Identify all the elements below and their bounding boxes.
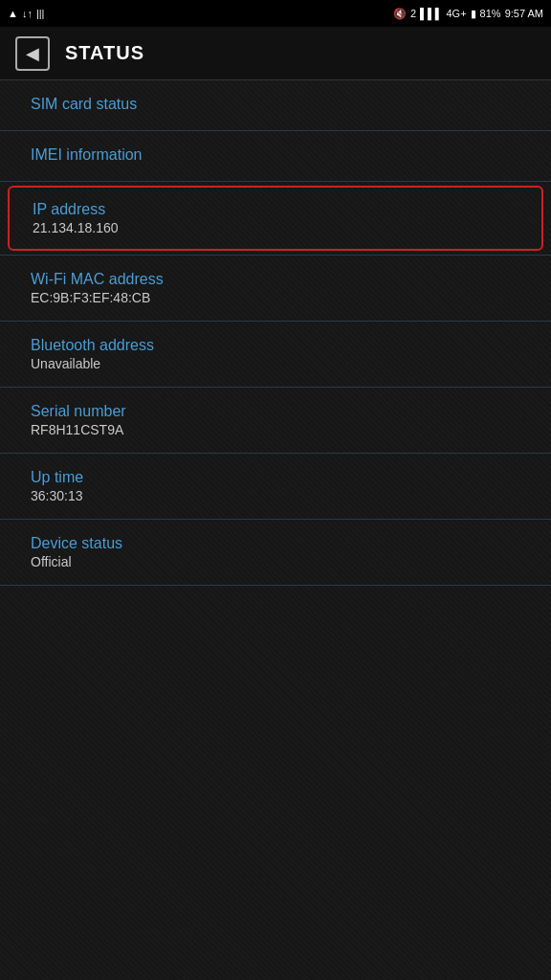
time-display: 9:57 AM xyxy=(505,8,543,19)
status-bar-right: 🔇 2 ▌▌▌ 4G+ ▮ 81% 9:57 AM xyxy=(393,8,543,20)
menu-item-value-serial-number: RF8H11CST9A xyxy=(31,422,520,437)
menu-item-value-ip-address: 21.134.18.160 xyxy=(33,220,518,235)
menu-item-label-wifi-mac-address: Wi-Fi MAC address xyxy=(31,271,520,288)
menu-item-label-bluetooth-address: Bluetooth address xyxy=(31,337,520,354)
menu-item-value-wifi-mac-address: EC:9B:F3:EF:48:CB xyxy=(31,290,520,305)
download-icon: ↓↑ xyxy=(22,8,33,19)
menu-item-label-imei-information: IMEI information xyxy=(31,146,520,164)
back-arrow-icon: ◀ xyxy=(26,45,39,62)
menu-item-wifi-mac-address[interactable]: Wi-Fi MAC addressEC:9B:F3:EF:48:CB xyxy=(0,256,551,322)
menu-item-label-ip-address: IP address xyxy=(33,201,518,218)
status-bar-left: ▲ ↓↑ ||| xyxy=(8,8,44,19)
menu-item-label-device-status: Device status xyxy=(31,535,520,552)
menu-item-label-serial-number: Serial number xyxy=(31,403,520,420)
menu-item-imei-information[interactable]: IMEI information xyxy=(0,131,551,182)
menu-item-bluetooth-address[interactable]: Bluetooth addressUnavailable xyxy=(0,322,551,388)
menu-item-label-up-time: Up time xyxy=(31,469,520,486)
menu-item-value-device-status: Official xyxy=(31,554,520,569)
menu-item-value-up-time: 36:30:13 xyxy=(31,488,520,503)
menu-item-up-time[interactable]: Up time36:30:13 xyxy=(0,454,551,520)
signal-bars: ▌▌▌ xyxy=(420,8,442,19)
menu-item-serial-number[interactable]: Serial numberRF8H11CST9A xyxy=(0,388,551,454)
header: ◀ STATUS xyxy=(0,27,551,80)
content: SIM card statusIMEI informationIP addres… xyxy=(0,80,551,586)
battery-icon: ▮ xyxy=(471,8,476,20)
menu-item-sim-card-status[interactable]: SIM card status xyxy=(0,80,551,131)
menu-item-device-status[interactable]: Device statusOfficial xyxy=(0,520,551,586)
signal-icon: ▲ xyxy=(8,8,18,19)
mute-icon: 🔇 xyxy=(393,8,407,20)
menu-item-label-sim-card-status: SIM card status xyxy=(31,96,520,113)
network-type: 4G+ xyxy=(447,8,467,19)
bars-icon: ||| xyxy=(36,8,45,19)
page-title: STATUS xyxy=(65,42,144,64)
status-bar: ▲ ↓↑ ||| 🔇 2 ▌▌▌ 4G+ ▮ 81% 9:57 AM xyxy=(0,0,551,27)
back-button[interactable]: ◀ xyxy=(15,36,50,71)
menu-item-ip-address[interactable]: IP address21.134.18.160 xyxy=(8,186,543,251)
menu-item-value-bluetooth-address: Unavailable xyxy=(31,356,520,371)
battery-percent: 81% xyxy=(480,8,501,19)
sim-icon: 2 xyxy=(410,8,416,19)
